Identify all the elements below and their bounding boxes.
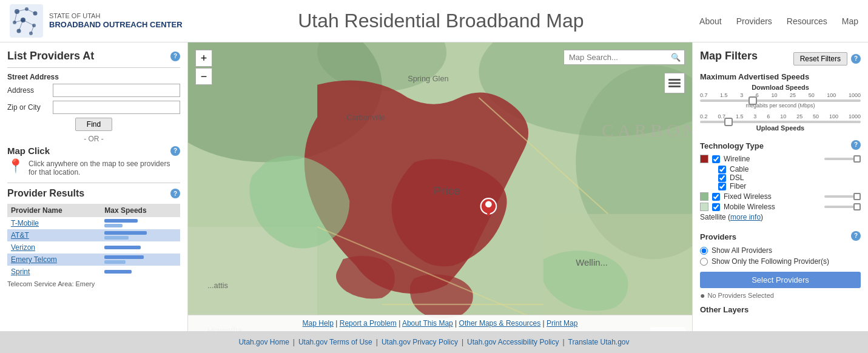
cable-checkbox[interactable] [718,166,726,173]
cable-label: Cable [730,165,749,173]
nav-resources[interactable]: Resources [787,16,827,26]
provider-results-help-icon[interactable]: ? [170,189,180,198]
filters-help-icon[interactable]: ? [851,54,861,64]
wireline-checkbox[interactable] [712,155,720,163]
speed-bars [104,255,177,264]
logo-org: BROADBAND OUTREACH CENTER [49,20,183,30]
providers-table: Provider Name Max Speeds T-Mobile AT&T V… [7,204,180,278]
provider-link[interactable]: Verizon [11,243,35,252]
providers-filter-title: Providers [700,232,736,241]
fiber-checkbox[interactable] [718,183,726,190]
nav-map[interactable]: Map [842,16,858,26]
speed-bars [104,219,177,227]
footer-utah-home[interactable]: Utah.gov Home [238,338,289,346]
svg-text:CARBON: CARBON [602,120,692,140]
or-separator: - OR - [7,135,180,143]
map-svg: CARBON Price Wellin... Hiawatha Spring G… [188,42,692,331]
speed-bar-download [104,231,147,235]
logo-icon [10,4,43,38]
search-icon[interactable]: 🔍 [671,53,681,62]
map-click-text: Click anywhere on the map to see provide… [29,160,180,176]
select-providers-button[interactable]: Select Providers [700,272,861,288]
show-only-radio[interactable] [700,258,708,266]
footer-privacy[interactable]: Utah.gov Privacy Policy [382,338,458,346]
zoom-out-button[interactable]: − [195,68,212,85]
footer: Utah.gov Home | Utah.gov Terms of Use | … [0,331,868,353]
tech-help-icon[interactable]: ? [851,140,861,150]
print-map-link[interactable]: Print Map [547,319,577,328]
other-layers-section: Other Layers [700,305,861,314]
mobile-wireless-slider[interactable] [824,206,861,208]
footer-translate[interactable]: Translate Utah.gov [568,338,630,346]
zoom-in-button[interactable]: + [195,50,212,67]
fiber-label: Fiber [730,182,746,190]
table-row[interactable]: AT&T [7,229,180,241]
tech-type-title: Technology Type [700,141,764,150]
dsl-row: DSL [718,173,861,182]
provider-link[interactable]: Sprint [11,267,30,276]
zip-row: Zip or City [7,101,180,114]
technology-section: Technology Type ? Wireline Cable DSL [700,136,861,221]
table-row[interactable]: Emery Telcom [7,254,180,266]
nav-providers[interactable]: Providers [736,16,772,26]
upload-speed-thumb[interactable] [724,118,733,126]
provider-link[interactable]: T-Mobile [11,219,39,227]
cable-row: Cable [718,165,861,173]
other-maps-link[interactable]: Other Maps & Resources [459,319,541,328]
upload-speed-track [700,121,861,123]
satellite-more-info-link[interactable]: more info [730,213,761,221]
logo-text: STATE OF UTAH BROADBAND OUTREACH CENTER [49,12,183,30]
dsl-label: DSL [730,173,744,182]
speed-bar-download [104,246,141,249]
show-only-providers-row: Show Only the Following Provider(s) [700,257,861,266]
other-layers-title: Other Layers [700,305,861,314]
list-providers-help-icon[interactable]: ? [170,52,180,61]
provider-results-title: Provider Results ? [7,188,180,199]
dsl-checkbox[interactable] [718,174,726,182]
max-speeds-title: Maximum Advertised Speeds [700,72,861,81]
fixed-wireless-checkbox[interactable] [712,193,720,201]
wireline-slider[interactable] [824,158,861,160]
map-click-help-icon[interactable]: ? [170,146,180,156]
download-speed-thumb[interactable] [749,96,757,105]
zip-input[interactable] [53,101,180,114]
provider-link[interactable]: Emery Telcom [11,255,57,264]
map-layer-button[interactable] [664,73,685,93]
reset-filters-button[interactable]: Reset Filters [793,52,847,66]
mobile-wireless-checkbox[interactable] [712,203,720,211]
tech-mobile-wireless-row: Mobile Wireless [700,203,861,211]
address-input[interactable] [53,84,180,97]
footer-accessibility[interactable]: Utah.gov Accessibility Policy [467,338,559,346]
provider-link[interactable]: AT&T [11,231,29,240]
fiber-row: Fiber [718,182,861,190]
map-help-link[interactable]: Map Help [303,319,334,328]
providers-help-icon[interactable]: ? [851,231,861,241]
speed-bars [104,231,177,240]
mbps-label: megabits per second (Mbps) [700,103,861,109]
report-problem-link[interactable]: Report a Problem [340,319,397,328]
table-row[interactable]: Sprint [7,266,180,278]
table-row[interactable]: T-Mobile [7,217,180,229]
provider-results: Provider Results ? Provider Name Max Spe… [7,188,180,287]
nav-about[interactable]: About [699,16,722,26]
tech-wireline-row: Wireline [700,155,861,163]
fixed-wireless-slider[interactable] [824,195,861,198]
speed-bar-download [104,270,132,274]
speed-bars [104,270,177,274]
col-speed-header: Max Speeds [101,204,180,217]
fixed-wireless-label: Fixed Wireless [724,192,772,201]
map-click-title: Map Click ? [7,146,180,156]
map-search-bar: 🔍 [564,50,685,65]
about-this-map-link[interactable]: About This Map [402,319,453,328]
map-click-section: Map Click ? 📍 Click anywhere on the map … [7,146,180,176]
download-speeds-label: Download Speeds [700,84,861,91]
table-row[interactable]: Verizon [7,241,180,254]
logo-state: STATE OF UTAH [49,12,183,20]
find-button[interactable]: Find [75,118,112,131]
map-search-input[interactable] [569,53,671,62]
map-container[interactable]: CARBON Price Wellin... Hiawatha Spring G… [188,42,692,331]
providers-section: Providers ? Show All Providers Show Only… [700,227,861,300]
show-all-label: Show All Providers [712,246,772,255]
show-all-radio[interactable] [700,247,708,255]
footer-terms[interactable]: Utah.gov Terms of Use [298,338,372,346]
